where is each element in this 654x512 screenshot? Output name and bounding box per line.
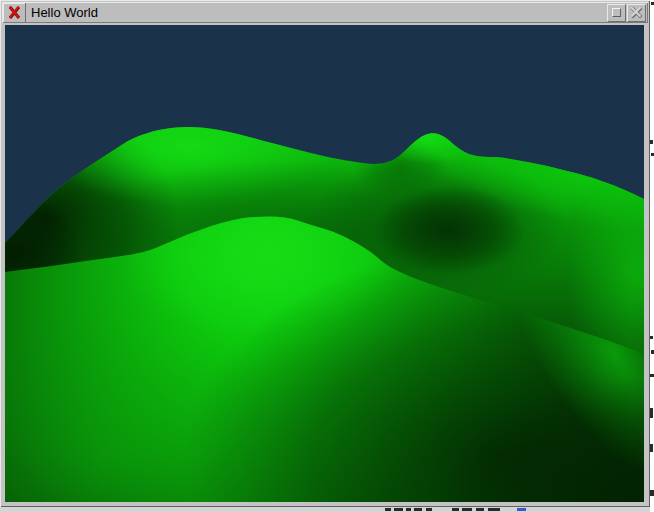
background-text-fragment [650,374,654,377]
app-window: Hello World [0,0,650,507]
background-text-fragment [426,508,432,511]
close-icon [629,5,644,20]
background-text-fragment [452,508,459,511]
background-text-fragment [650,140,653,144]
iconify-icon [612,8,621,17]
background-text-fragment [488,508,500,511]
terrain-scene [5,25,644,502]
window-title: Hello World [31,2,607,23]
titlebar-buttons [607,4,646,22]
desktop: { "window": { "title": "Hello World", "m… [0,0,654,512]
background-text-fragment [462,508,472,511]
close-button[interactable] [627,4,646,22]
background-text-fragment [385,508,391,511]
gl-viewport[interactable] [5,25,644,502]
background-window-bottom-strip [0,507,654,512]
background-text-fragment [476,508,484,511]
background-text-fragment [414,508,422,511]
window-menu-button[interactable] [3,3,26,22]
background-text-fragment [650,408,653,418]
background-text-fragment [650,444,653,452]
background-text-fragment [650,336,653,339]
background-text-fragment [517,508,526,511]
background-text-fragment [406,508,411,511]
titlebar[interactable]: Hello World [2,2,648,23]
x11-x-icon [7,5,22,20]
iconify-button[interactable] [607,4,626,22]
background-text-fragment [394,508,403,511]
background-window-right-sliver [650,0,654,512]
background-text-fragment [650,490,654,496]
